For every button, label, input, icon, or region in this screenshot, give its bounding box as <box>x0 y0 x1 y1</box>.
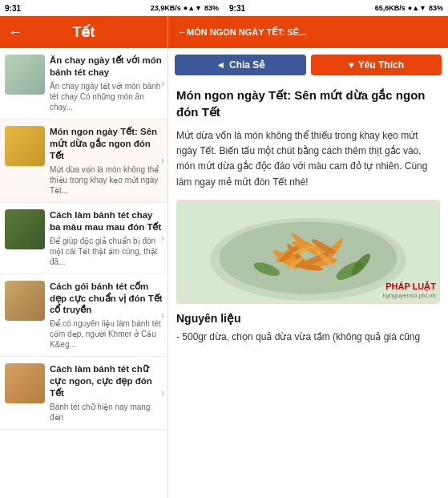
article-item-summary: Để giúp độc giả chuẩn bị đón một cái Tết… <box>50 236 163 267</box>
article-text-block: Ăn chay ngày tết với món bánh tét chayĂn… <box>50 55 163 112</box>
ingredient-text: - 500gr dừa, chọn quả dừa vừa tầm (không… <box>176 330 440 345</box>
article-item-summary: Để có nguyên liệu làm bánh tét cốm dẹp, … <box>50 318 163 350</box>
right-signal-icon: ●▲▼ <box>408 4 426 12</box>
right-header-text: ←MÓN NGON NGÀY TẾT: SÊ... <box>178 27 306 38</box>
left-time: 9:31 <box>5 4 21 13</box>
article-item-summary: Bánh tét chữ hiện nay mang đến <box>50 402 163 423</box>
watermark-brand: PHÁP LUẬT <box>383 281 436 292</box>
article-item-title: Cách làm bánh tét chữ cực ngon, cực đẹp … <box>50 363 163 399</box>
svg-point-2 <box>220 221 398 294</box>
article-item-title: Món ngon ngày Tết: Sên mứt dừa gắc ngon … <box>50 126 163 162</box>
left-panel: ← Tết Ăn chay ngày tết với món bánh tét … <box>0 16 168 498</box>
article-text-block: Cách gói bánh tét cốm dẹp cực chuẩn vị đ… <box>50 281 163 350</box>
like-button[interactable]: ♥ Yêu Thích <box>311 55 442 75</box>
chevron-right-icon: › <box>161 233 164 244</box>
left-network: 23,9KB/s <box>151 4 181 12</box>
article-thumbnail <box>5 55 45 95</box>
ingredients-title: Nguyên liệu <box>176 312 440 325</box>
share-button[interactable]: ◄ Chia Sẻ <box>175 55 306 75</box>
article-list-item[interactable]: Cách gói bánh tét cốm dẹp cực chuẩn vị đ… <box>0 274 167 358</box>
article-thumbnail <box>5 363 45 403</box>
heart-icon: ♥ <box>349 59 354 71</box>
watermark-sub: kynguyenso.plo.vn <box>383 292 436 300</box>
left-signal-icon: ●▲▼ <box>184 4 202 12</box>
left-header: ← Tết <box>0 16 167 48</box>
right-battery: 83% <box>429 4 443 12</box>
article-item-title: Cách gói bánh tét cốm dẹp cực chuẩn vị đ… <box>50 281 163 317</box>
article-thumbnail <box>5 126 45 166</box>
article-thumbnail <box>5 209 45 249</box>
left-back-button[interactable]: ← <box>8 24 22 41</box>
chevron-right-icon: › <box>161 155 164 166</box>
share-label: Chia Sẻ <box>229 59 264 71</box>
article-image: PHÁP LUẬT kynguyenso.plo.vn <box>176 200 440 304</box>
article-list-item[interactable]: Cách làm bánh tét chay ba màu mau mau đó… <box>0 203 167 274</box>
article-list: Ăn chay ngày tết với món bánh tét chayĂn… <box>0 48 167 498</box>
share-icon: ◄ <box>216 59 225 71</box>
right-status-icons: 65,6KB/s ●▲▼ 83% <box>375 4 443 12</box>
right-network: 65,6KB/s <box>375 4 406 12</box>
article-item-title: Ăn chay ngày tết với món bánh tét chay <box>50 55 163 79</box>
left-status-icons: 23,9KB/s ●▲▼ 83% <box>151 4 219 12</box>
right-panel: ←MÓN NGON NGÀY TẾT: SÊ... ◄ Chia Sẻ ♥ Yê… <box>168 16 448 498</box>
right-time: 9:31 <box>229 4 245 13</box>
article-item-summary: Mứt dừa vốn là món không thể thiếu trong… <box>50 164 163 196</box>
article-text-block: Cách làm bánh tét chữ cực ngon, cực đẹp … <box>50 363 163 423</box>
right-header: ←MÓN NGON NGÀY TẾT: SÊ... <box>168 16 448 48</box>
action-bar: ◄ Chia Sẻ ♥ Yêu Thích <box>168 48 448 80</box>
article-body-text: Mứt dừa vốn là món không thể thiếu trong… <box>176 128 440 190</box>
left-panel-title: Tết <box>73 23 95 41</box>
like-label: Yêu Thích <box>358 59 404 71</box>
article-main-title: Món ngon ngày Tết: Sên mứt dừa gắc ngon … <box>176 87 440 120</box>
article-thumbnail <box>5 281 45 321</box>
article-item-title: Cách làm bánh tét chay ba màu mau mau đó… <box>50 209 163 233</box>
article-item-summary: Ăn chay ngày tết với món bánh tét chay C… <box>50 81 163 112</box>
chevron-right-icon: › <box>161 387 164 399</box>
article-list-item[interactable]: Ăn chay ngày tết với món bánh tét chayĂn… <box>0 48 167 119</box>
article-content: Món ngon ngày Tết: Sên mứt dừa gắc ngon … <box>168 80 448 498</box>
article-text-block: Món ngon ngày Tết: Sên mứt dừa gắc ngon … <box>50 126 163 196</box>
chevron-right-icon: › <box>161 78 164 89</box>
left-battery: 83% <box>204 4 219 12</box>
chevron-right-icon: › <box>161 310 164 321</box>
watermark: PHÁP LUẬT kynguyenso.plo.vn <box>383 281 436 300</box>
left-status-bar: 9:31 23,9KB/s ●▲▼ 83% <box>0 0 224 16</box>
right-status-bar: 9:31 65,6KB/s ●▲▼ 83% <box>224 0 448 16</box>
article-list-item[interactable]: Cách làm bánh tét chữ cực ngon, cực đẹp … <box>0 357 167 430</box>
article-list-item[interactable]: Món ngon ngày Tết: Sên mứt dừa gắc ngon … <box>0 119 167 203</box>
article-text-block: Cách làm bánh tét chay ba màu mau mau đó… <box>50 209 163 267</box>
